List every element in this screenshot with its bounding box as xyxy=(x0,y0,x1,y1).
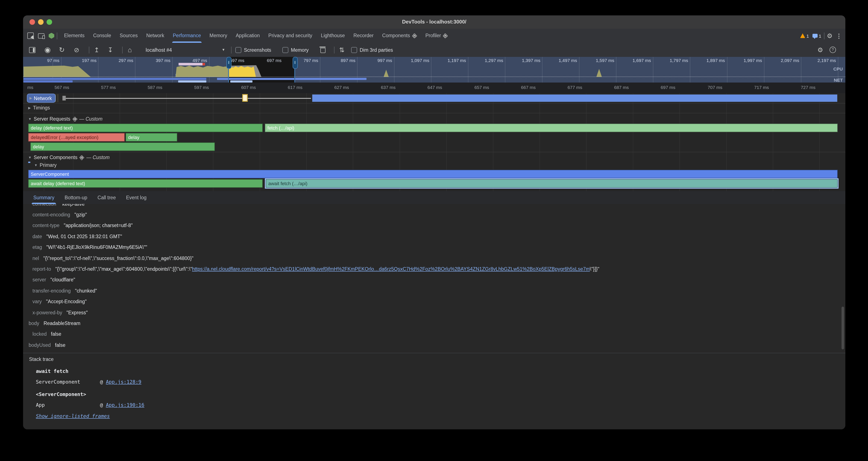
kebab-menu-icon[interactable]: ⋮ xyxy=(836,32,842,39)
tab-performance[interactable]: Performance xyxy=(168,29,205,43)
reload-and-record-icon[interactable]: ↻ xyxy=(59,43,65,57)
show-ignore-listed-frames-link[interactable]: Show ignore-listed frames xyxy=(36,411,845,422)
await-delay-bar[interactable]: await delay (deferred text) xyxy=(28,179,263,188)
react-atom-icon xyxy=(443,33,448,38)
device-toolbar-icon[interactable] xyxy=(38,33,44,38)
live-metrics-home-icon[interactable]: ⌂ xyxy=(128,43,132,57)
stack-frame: ServerComponent@ App.js:128:9 xyxy=(36,377,845,388)
network-track-label[interactable]: ▶ Network xyxy=(27,94,55,102)
tab-application[interactable]: Application xyxy=(231,29,264,43)
report-endpoint-link[interactable]: https://a.nel.cloudflare.com/report/v4?s… xyxy=(192,266,590,271)
dim-3rd-parties-checkbox[interactable]: Dim 3rd parties xyxy=(351,43,393,57)
settings-gear-icon[interactable]: ⚙ xyxy=(827,32,833,39)
source-location-link[interactable]: App.js:128:9 xyxy=(106,379,142,385)
track-selection-tick xyxy=(28,162,30,163)
net-lane-segment xyxy=(178,80,206,83)
record-button[interactable]: ◉ xyxy=(44,43,51,57)
scrollbar-thumb[interactable] xyxy=(841,307,844,349)
save-profile-icon[interactable]: ↧ xyxy=(107,43,113,57)
source-location-link[interactable]: App.js:190:16 xyxy=(106,402,144,408)
cpu-activity-left-plateau xyxy=(24,65,94,77)
tab-profiler[interactable]: Profiler xyxy=(421,29,452,43)
tab-network[interactable]: Network xyxy=(142,29,168,43)
stack-group-header: <ServerComponent> xyxy=(36,390,845,400)
server-components-track-label[interactable]: ▼ Server Components — Custom xyxy=(28,155,110,160)
overview-tick: 1,397 ms xyxy=(514,58,540,63)
selection-left-handle[interactable]: ∥ xyxy=(226,57,231,69)
timeline-overview[interactable]: 97 ms 197 ms 297 ms 397 ms 497 ms 597 ms… xyxy=(23,57,845,83)
overview-tick: 97 ms xyxy=(33,58,59,63)
overview-tick: 397 ms xyxy=(144,58,170,63)
overview-tick: 1,297 ms xyxy=(477,58,503,63)
overview-tick: 297 ms xyxy=(107,58,133,63)
await-fetch-bar-selected[interactable]: await fetch (…/api) xyxy=(266,179,838,188)
toggle-sidebar-icon[interactable] xyxy=(29,43,35,57)
network-track-resize-grip[interactable] xyxy=(62,96,66,100)
memory-checkbox[interactable]: Memory xyxy=(282,43,309,57)
expand-triangle-icon[interactable]: ▼ xyxy=(28,155,32,159)
tab-sources[interactable]: Sources xyxy=(115,29,142,43)
network-request-line xyxy=(66,98,311,99)
tab-bottom-up[interactable]: Bottom-up xyxy=(59,191,92,204)
primary-group-label[interactable]: ▼ Primary xyxy=(34,163,57,168)
capture-settings-gear-icon[interactable]: ⚙ xyxy=(817,43,823,57)
tab-privacy-and-security[interactable]: Privacy and security xyxy=(264,29,316,43)
expand-triangle-icon[interactable]: ▼ xyxy=(28,117,32,121)
header-row: vary"Accept-Encoding" xyxy=(27,296,845,307)
flame-chart[interactable]: ▶ Network ▶ Timings ▼ Server Requests — … xyxy=(23,93,845,191)
tab-memory[interactable]: Memory xyxy=(205,29,231,43)
help-icon[interactable]: ? xyxy=(830,43,836,57)
header-row: content-encoding"gzip" xyxy=(27,209,845,220)
server-request-error-bar[interactable]: delayedError (…ayed exception) xyxy=(28,133,125,142)
expand-triangle-icon[interactable]: ▼ xyxy=(34,163,38,167)
collapse-triangle-icon[interactable]: ▶ xyxy=(29,96,32,100)
ruler-tick: 597 ms xyxy=(188,85,209,90)
inspect-element-icon[interactable] xyxy=(27,32,34,39)
selection-right-handle[interactable]: ∥ xyxy=(292,57,298,69)
header-row: date"Wed, 01 Oct 2025 18:32:01 GMT" xyxy=(27,231,845,242)
cpu-activity-cluster xyxy=(176,65,228,77)
timings-track-label[interactable]: ▶ Timings xyxy=(28,105,50,110)
server-request-bar[interactable]: delay (deferred text) xyxy=(28,123,263,132)
tab-elements[interactable]: Elements xyxy=(60,29,89,43)
collapse-icon[interactable]: ⇅ xyxy=(339,43,344,57)
tab-console[interactable]: Console xyxy=(89,29,115,43)
server-request-bar[interactable]: delay xyxy=(126,133,177,142)
tab-event-log[interactable]: Event log xyxy=(121,191,152,204)
ruler-tick: 607 ms xyxy=(235,85,256,90)
header-row: nel"{\"report_to\":\"cf-nel\",\"success_… xyxy=(27,253,845,264)
ruler-tick: 717 ms xyxy=(748,85,769,90)
ruler-unit: ms xyxy=(23,85,33,90)
divider xyxy=(120,43,125,57)
net-lane-segment xyxy=(24,78,206,80)
tab-call-tree[interactable]: Call tree xyxy=(92,191,121,204)
collect-garbage-icon[interactable] xyxy=(320,43,326,57)
tab-summary[interactable]: Summary xyxy=(28,191,59,204)
network-request-bar[interactable] xyxy=(312,94,838,102)
checkbox-icon xyxy=(282,47,288,53)
cpu-spike-1590ms xyxy=(596,69,602,77)
selected-network-request-marker[interactable] xyxy=(242,94,248,102)
server-component-bar[interactable]: ServerComponent xyxy=(28,170,838,178)
ruler-tick: 637 ms xyxy=(374,85,396,90)
target-select[interactable]: localhost #4 ▼ xyxy=(146,43,225,57)
load-profile-icon[interactable]: ↥ xyxy=(94,43,99,57)
cpu-activity-selected-yellow xyxy=(228,66,256,77)
collapse-triangle-icon[interactable]: ▶ xyxy=(28,106,31,110)
ruler-tick: 687 ms xyxy=(608,85,629,90)
divider xyxy=(57,32,57,39)
server-request-bar[interactable]: fetch (…/api) xyxy=(265,123,838,132)
extension-gem-icon[interactable] xyxy=(49,33,54,39)
tab-recorder[interactable]: Recorder xyxy=(349,29,378,43)
overview-tick: 1,197 ms xyxy=(439,58,466,63)
clear-icon[interactable]: ⊘ xyxy=(74,43,79,57)
overview-tick: 897 ms xyxy=(329,58,355,63)
server-request-bar[interactable]: delay xyxy=(30,142,215,151)
net-lane-segment xyxy=(230,80,252,83)
issues-badge[interactable]: 1 xyxy=(812,33,821,38)
tab-lighthouse[interactable]: Lighthouse xyxy=(316,29,349,43)
tab-components[interactable]: Components xyxy=(378,29,421,43)
screenshots-checkbox[interactable]: Screenshots xyxy=(236,43,271,57)
warnings-badge[interactable]: 1 xyxy=(800,33,809,38)
server-requests-track-label[interactable]: ▼ Server Requests — Custom xyxy=(28,116,102,121)
